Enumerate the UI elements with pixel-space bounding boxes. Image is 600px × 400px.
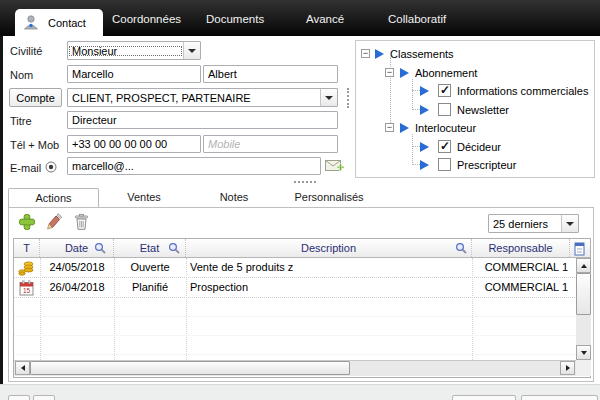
tree-item-label[interactable]: Décideur <box>457 141 501 153</box>
tree-item-label[interactable]: Classements <box>390 48 454 60</box>
tree-item-interlocuteur[interactable]: Interlocuteur <box>356 119 594 137</box>
tel-field[interactable] <box>67 135 201 153</box>
send-email-icon[interactable] <box>325 158 346 175</box>
tree-item-abonnement[interactable]: Abonnement <box>356 64 594 82</box>
partial-button[interactable] <box>33 395 55 400</box>
contact-form-panel: Civilité Monsieur Nom Compte CLIENT, PRO… <box>3 36 600 384</box>
nom-field[interactable] <box>67 65 201 83</box>
email-field[interactable] <box>67 157 321 175</box>
scroll-left-button[interactable] <box>15 361 30 375</box>
cell-description: Prospection <box>190 278 470 297</box>
tree-item-informations-commerciales[interactable]: Informations commerciales <box>356 82 594 100</box>
vertical-splitter[interactable] <box>347 88 349 108</box>
tab-collaboratif[interactable]: Collaboratif <box>388 13 446 25</box>
prenom-field[interactable] <box>203 65 338 83</box>
filter-search-icon[interactable] <box>168 242 181 255</box>
table-header: T Date Etat Description Responsable <box>14 239 590 258</box>
compte-dropdown-button[interactable] <box>320 89 337 106</box>
calendar-icon: 15 <box>19 280 34 296</box>
subtab-personnalises[interactable]: Personnalisés <box>279 188 379 207</box>
vertical-scroll-thumb[interactable] <box>576 273 591 315</box>
compte-combobox[interactable]: CLIENT, PROSPECT, PARTENAIRE <box>67 88 338 107</box>
delete-trash-icon[interactable] <box>73 213 91 231</box>
column-chooser-icon[interactable] <box>574 242 587 256</box>
partial-button[interactable] <box>452 395 516 400</box>
civilite-label: Civilité <box>10 45 42 57</box>
filter-dropdown-button[interactable] <box>561 215 578 232</box>
subtab-notes[interactable]: Notes <box>189 188 279 207</box>
partial-button[interactable] <box>8 395 30 400</box>
add-icon[interactable] <box>18 213 36 231</box>
tree-node-arrow-icon <box>420 160 429 170</box>
filter-search-icon[interactable] <box>455 242 468 255</box>
subtab-ventes[interactable]: Ventes <box>99 188 189 207</box>
tree-item-prescripteur[interactable]: Prescripteur <box>356 156 594 174</box>
email-label: E-mail <box>10 162 41 174</box>
cell-date: 24/05/2018 <box>40 258 114 277</box>
chevron-down-icon <box>325 96 333 100</box>
tree-item-classements[interactable]: Classements <box>356 45 594 63</box>
column-header-type[interactable]: T <box>14 239 40 257</box>
tree-item-label[interactable]: Newsletter <box>457 104 509 116</box>
contact-person-icon <box>23 15 40 30</box>
table-row[interactable]: 24/05/2018 Ouverte Vente de 5 produits z… <box>14 258 575 278</box>
tel-label: Tél + Mob <box>10 139 59 151</box>
scrollbar-corner <box>576 360 591 376</box>
tree-item-decideur[interactable]: Décideur <box>356 138 594 156</box>
tree-item-label[interactable]: Interlocuteur <box>415 122 476 134</box>
tab-avance[interactable]: Avancé <box>306 13 344 25</box>
svg-text:15: 15 <box>23 287 31 294</box>
tree-checkbox[interactable] <box>438 84 451 97</box>
compte-button[interactable]: Compte <box>9 88 62 107</box>
window-bottom-strip <box>0 384 600 400</box>
edit-pencil-icon[interactable] <box>45 213 63 231</box>
titre-field[interactable] <box>67 111 338 129</box>
tab-contact-label: Contact <box>48 17 86 29</box>
classements-tree: Classements Abonnement Informations comm… <box>355 40 595 178</box>
table-row[interactable]: 15 26/04/2018 Planifié Prospection COMME… <box>14 278 575 298</box>
scroll-up-button[interactable] <box>576 258 591 273</box>
civilite-combobox[interactable]: Monsieur <box>67 41 201 60</box>
cell-etat: Ouverte <box>114 258 186 277</box>
filter-search-icon[interactable] <box>94 242 107 255</box>
partial-button[interactable] <box>521 395 598 400</box>
titre-label: Titre <box>10 115 32 127</box>
tree-collapse-icon[interactable] <box>385 68 394 77</box>
nom-label: Nom <box>10 69 33 81</box>
tree-collapse-icon[interactable] <box>361 49 370 58</box>
scroll-down-button[interactable] <box>576 345 591 360</box>
tree-item-newsletter[interactable]: Newsletter <box>356 101 594 119</box>
cell-responsable: COMMERCIAL 1 <box>472 258 568 277</box>
tree-item-label[interactable]: Informations commerciales <box>457 85 588 97</box>
arrow-down-icon <box>581 351 587 355</box>
tab-documents[interactable]: Documents <box>206 13 264 25</box>
tree-item-label[interactable]: Abonnement <box>415 67 477 79</box>
column-header-description[interactable]: Description <box>186 239 472 257</box>
tree-node-arrow-icon <box>420 105 429 115</box>
empty-row <box>14 317 575 336</box>
tree-checkbox[interactable] <box>438 140 451 153</box>
email-radio-selected[interactable] <box>45 161 57 173</box>
subtab-actions[interactable]: Actions <box>8 188 99 207</box>
tree-node-arrow-icon <box>420 86 429 96</box>
tree-item-label[interactable]: Prescripteur <box>457 159 516 171</box>
chevron-down-icon <box>566 222 574 226</box>
tree-node-arrow-icon <box>420 142 429 152</box>
civilite-dropdown-button[interactable] <box>183 42 200 59</box>
tab-contact[interactable]: Contact <box>15 9 103 36</box>
tab-coordonnees[interactable]: Coordonnées <box>112 13 181 25</box>
tree-collapse-icon[interactable] <box>385 123 394 132</box>
cell-etat: Planifié <box>114 278 186 297</box>
chevron-down-icon <box>188 49 196 53</box>
filter-combobox[interactable]: 25 derniers <box>488 214 579 233</box>
cell-date: 26/04/2018 <box>40 278 114 297</box>
tree-checkbox[interactable] <box>438 158 451 171</box>
column-header-responsable[interactable]: Responsable <box>472 239 570 257</box>
scroll-right-button[interactable] <box>560 361 575 375</box>
horizontal-splitter[interactable] <box>294 181 316 183</box>
tree-checkbox[interactable] <box>438 103 451 116</box>
arrow-right-icon <box>566 365 570 371</box>
main-tab-bar: Contact Coordonnées Documents Avancé Col… <box>0 0 600 36</box>
mobile-field[interactable] <box>203 135 338 153</box>
horizontal-scroll-thumb[interactable] <box>30 361 350 375</box>
